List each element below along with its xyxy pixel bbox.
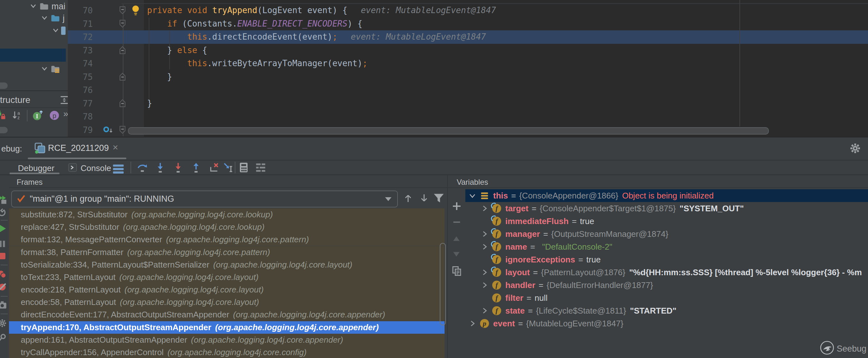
- chevron-right-icon[interactable]: [468, 319, 477, 328]
- evaluate-expression-icon[interactable]: [238, 161, 249, 175]
- chevron-right-icon[interactable]: [480, 204, 489, 213]
- intention-bulb-icon[interactable]: [130, 4, 141, 17]
- gear-icon[interactable]: [849, 142, 862, 156]
- variable-row[interactable]: fmanager={OutputStreamManager@1874}: [465, 228, 868, 240]
- chevron-down-icon[interactable]: [30, 2, 37, 11]
- stack-frame-row[interactable]: encode:218, PatternLayout(org.apache.log…: [9, 284, 444, 296]
- close-icon[interactable]: ×: [113, 142, 118, 152]
- step-over-icon[interactable]: [136, 161, 148, 175]
- navigate-execution-icon[interactable]: [103, 126, 114, 136]
- variable-row[interactable]: fname="DefaultConsole-2": [465, 240, 868, 253]
- tab-console[interactable]: Console: [81, 163, 111, 173]
- drop-frame-icon[interactable]: [208, 161, 220, 175]
- variable-row[interactable]: pevent={MutableLogEvent@1847}: [465, 317, 868, 330]
- chevron-down-icon[interactable]: [52, 26, 59, 36]
- stack-frame-row[interactable]: replace:427, StrSubstitutor(org.apache.l…: [9, 221, 444, 233]
- fold-marker-icon[interactable]: [118, 99, 127, 109]
- tree-row-main[interactable]: mai: [30, 0, 66, 13]
- fold-marker-icon[interactable]: [118, 6, 127, 16]
- variable-row[interactable]: fimmediateFlush=true: [465, 215, 868, 228]
- folder-icon: [39, 2, 49, 10]
- tree-row-java[interactable]: j: [41, 12, 65, 25]
- frames-scrollbar[interactable]: [440, 243, 446, 325]
- tree-row-package[interactable]: [52, 24, 66, 37]
- variable-row[interactable]: fhandler={DefaultErrorHandler@1877}: [465, 279, 868, 292]
- show-properties-icon[interactable]: p: [49, 110, 60, 123]
- settings-icon[interactable]: [0, 318, 8, 330]
- pin-icon[interactable]: [0, 332, 8, 345]
- stack-frame-row[interactable]: directEncodeEvent:177, AbstractOutputStr…: [9, 308, 444, 321]
- chevron-spacer: [480, 217, 489, 226]
- variable-row[interactable]: ffilter=null: [465, 292, 868, 304]
- view-breakpoints-icon[interactable]: [0, 269, 8, 281]
- modify-run-icon[interactable]: [0, 206, 8, 219]
- variable-row[interactable]: this={ConsoleAppender@1866}Object is bei…: [465, 189, 868, 202]
- collapse-sort-icon[interactable]: [59, 95, 68, 107]
- variable-row[interactable]: flayout={PatternLayout@1876}"%d{HH:mm:ss…: [465, 266, 868, 279]
- add-watch-icon[interactable]: [451, 200, 462, 213]
- chevron-right-icon[interactable]: [480, 306, 489, 316]
- stack-frame-row[interactable]: toSerializable:334, PatternLayout$Patter…: [9, 259, 444, 271]
- watches-toolbar: [448, 188, 465, 358]
- fold-marker-icon[interactable]: [118, 72, 127, 83]
- stack-frame-row[interactable]: toText:233, PatternLayout(org.apache.log…: [9, 271, 444, 284]
- variable-row[interactable]: ftarget={ConsoleAppender$Target$1@1875}"…: [465, 202, 868, 215]
- filter-icon[interactable]: [433, 192, 444, 205]
- tree-horizontal-scrollbar[interactable]: [0, 83, 8, 89]
- stack-frame-row[interactable]: append:161, AbstractOutputStreamAppender…: [9, 334, 444, 346]
- field-icon: f: [492, 267, 501, 277]
- sort-alpha-icon[interactable]: az: [11, 110, 22, 122]
- frames-panel-title: Frames: [17, 178, 42, 187]
- stack-frame-row[interactable]: format:132, MessagePatternConverter(org.…: [9, 233, 444, 246]
- chevron-right-icon[interactable]: [480, 242, 489, 252]
- fold-marker-icon[interactable]: [118, 125, 127, 135]
- fold-marker-icon[interactable]: [118, 19, 127, 29]
- show-inherited-icon[interactable]: I: [32, 110, 43, 123]
- rerun-icon[interactable]: [0, 194, 8, 206]
- variable-row[interactable]: fignoreExceptions=true: [465, 253, 868, 266]
- chevron-right-icon[interactable]: [480, 267, 489, 277]
- threads-view-icon[interactable]: [112, 162, 125, 176]
- move-up-icon[interactable]: [451, 234, 462, 246]
- frame-down-icon[interactable]: [418, 192, 430, 205]
- code-editor[interactable]: 70private void tryAppend(LogEvent event)…: [0, 0, 868, 137]
- chevron-down-icon[interactable]: [41, 64, 48, 74]
- chevron-right-icon[interactable]: [480, 280, 489, 290]
- force-step-into-icon[interactable]: [172, 161, 184, 175]
- step-into-icon[interactable]: [154, 161, 166, 175]
- step-out-icon[interactable]: [190, 161, 202, 175]
- chevron-down-icon[interactable]: [468, 191, 477, 200]
- chevron-down-icon[interactable]: [41, 13, 48, 23]
- thread-dump-icon[interactable]: [0, 299, 8, 312]
- stack-frame-row[interactable]: format:38, PatternFormatter(org.apache.l…: [9, 246, 444, 259]
- run-to-cursor-icon[interactable]: [222, 161, 235, 175]
- console-icon[interactable]: [68, 163, 78, 173]
- variable-row[interactable]: fstate={LifeCycle$State@1811}"STARTED": [465, 304, 868, 317]
- chevron-spacer: [480, 255, 489, 264]
- tree-selected-row[interactable]: [0, 48, 66, 62]
- copy-stack-icon[interactable]: [451, 265, 462, 278]
- fold-marker-icon[interactable]: [118, 46, 127, 56]
- mute-breakpoints-icon[interactable]: [0, 282, 8, 294]
- stack-frame-row[interactable]: encode:58, PatternLayout(org.apache.logg…: [9, 296, 444, 308]
- pause-icon[interactable]: [0, 238, 8, 251]
- stack-frame-row[interactable]: tryAppend:170, AbstractOutputStreamAppen…: [9, 321, 444, 334]
- more-icon[interactable]: »: [63, 109, 68, 119]
- remove-watch-icon[interactable]: [451, 217, 462, 229]
- chevron-right-icon[interactable]: [480, 229, 489, 239]
- stack-frame-row[interactable]: tryCallAppender:156, AppenderControl(org…: [9, 346, 444, 358]
- stack-frame-row[interactable]: substitute:872, StrSubstitutor(org.apach…: [9, 208, 444, 221]
- stop-icon[interactable]: [0, 251, 8, 263]
- tree-row-resources[interactable]: [41, 63, 63, 75]
- move-down-icon[interactable]: [451, 248, 462, 261]
- layout-settings-icon[interactable]: [255, 161, 267, 175]
- tab-debugger[interactable]: Debugger: [18, 163, 54, 173]
- resume-icon[interactable]: [0, 223, 8, 235]
- debug-tab-title[interactable]: RCE_20211209: [48, 143, 109, 153]
- frame-up-icon[interactable]: [402, 192, 414, 205]
- code-line: this.writeByteArrayToManager(event);: [147, 59, 368, 68]
- editor-horizontal-scrollbar[interactable]: [128, 127, 769, 135]
- thread-dropdown[interactable]: "main"@1 in group "main": RUNNING: [11, 191, 398, 207]
- sort-visibility-icon[interactable]: [0, 110, 7, 122]
- structure-scrollbar[interactable]: [0, 127, 8, 133]
